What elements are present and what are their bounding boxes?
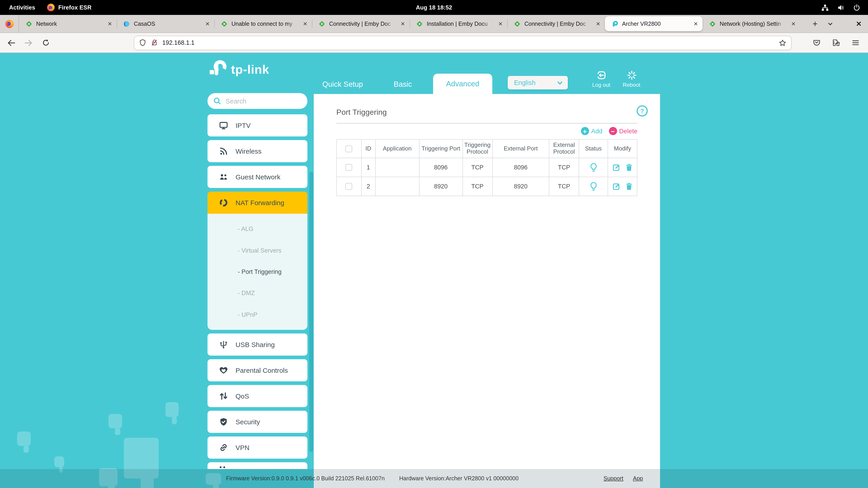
nav-quick-setup[interactable]: Quick Setup bbox=[316, 74, 369, 94]
sidebar-scrollbar[interactable] bbox=[309, 172, 313, 452]
edit-icon[interactable] bbox=[612, 182, 620, 191]
nav-basic[interactable]: Basic bbox=[386, 74, 419, 94]
sidebar-item-nat-forwarding[interactable]: NAT Forwarding bbox=[208, 192, 307, 214]
svg-text:?: ? bbox=[640, 108, 644, 115]
emby-icon bbox=[709, 20, 716, 27]
sidebar-search[interactable] bbox=[208, 93, 307, 109]
submenu-port-triggering-active[interactable]: - Port Triggering bbox=[238, 268, 307, 275]
title-divider bbox=[336, 123, 638, 124]
window-close-icon[interactable]: ✕ bbox=[856, 20, 862, 28]
submenu-alg[interactable]: - ALG bbox=[238, 225, 307, 232]
tab-connectivity-2[interactable]: Connectivity | Emby Doc ✕ bbox=[507, 15, 605, 33]
tab-archer-vr2800-active[interactable]: Archer VR2800 ✕ bbox=[605, 16, 703, 31]
reload-button[interactable] bbox=[40, 37, 52, 48]
sidebar-item-parental-controls[interactable]: Parental Controls bbox=[208, 359, 307, 381]
sidebar-item-wireless[interactable]: Wireless bbox=[208, 140, 307, 162]
submenu-virtual-servers[interactable]: - Virtual Servers bbox=[238, 247, 307, 254]
nav-advanced-active[interactable]: Advanced bbox=[433, 74, 492, 94]
app-link[interactable]: App bbox=[633, 475, 643, 482]
reboot-button[interactable]: Reboot bbox=[616, 70, 647, 88]
shield-icon[interactable] bbox=[139, 39, 147, 46]
firefox-app-icon[interactable] bbox=[0, 15, 19, 33]
trash-icon[interactable] bbox=[625, 182, 633, 191]
sidebar-item-usb-sharing[interactable]: USB Sharing bbox=[208, 333, 307, 356]
back-button[interactable] bbox=[5, 37, 17, 48]
trash-icon[interactable] bbox=[625, 163, 633, 172]
tab-close-icon[interactable]: ✕ bbox=[303, 21, 307, 27]
add-button[interactable]: + Add bbox=[581, 127, 602, 135]
wifi-icon bbox=[219, 147, 228, 156]
tv-icon bbox=[219, 121, 228, 130]
status-bulb-icon[interactable] bbox=[588, 181, 599, 192]
sidebar-item-vpn[interactable]: VPN bbox=[208, 436, 307, 459]
power-icon[interactable] bbox=[852, 3, 861, 11]
sidebar-item-qos[interactable]: QoS bbox=[208, 385, 307, 407]
edit-icon[interactable] bbox=[612, 163, 620, 172]
hardware-version: Hardware Version:Archer VR2800 v1 000000… bbox=[399, 475, 519, 482]
sidebar-item-partial[interactable] bbox=[208, 462, 307, 469]
list-tabs-chevron-icon[interactable] bbox=[828, 21, 833, 27]
submenu-dmz[interactable]: - DMZ bbox=[238, 290, 307, 297]
tab-network-hosting[interactable]: Network (Hosting) Settin ✕ bbox=[703, 15, 800, 33]
browser-tab-strip: Network ✕ CasaOS ✕ Unable to connect to … bbox=[0, 15, 868, 33]
language-select[interactable]: English bbox=[508, 76, 568, 90]
tab-close-icon[interactable]: ✕ bbox=[205, 21, 210, 27]
tab-close-icon[interactable]: ✕ bbox=[596, 21, 600, 27]
tab-network[interactable]: Network ✕ bbox=[19, 15, 117, 33]
status-bulb-icon[interactable] bbox=[588, 162, 599, 173]
row-checkbox[interactable] bbox=[346, 164, 352, 171]
sidebar-item-security[interactable]: Security bbox=[208, 411, 307, 433]
focused-app-label: Firefox ESR bbox=[58, 4, 92, 11]
table-row: 2 8920 TCP 8920 TCP bbox=[337, 177, 637, 196]
sidebar-item-guest-network[interactable]: Guest Network bbox=[208, 166, 307, 188]
logout-button[interactable]: Log out bbox=[585, 70, 617, 88]
support-link[interactable]: Support bbox=[603, 475, 623, 482]
router-admin-page: tp-link Quick Setup Basic Advanced Engli… bbox=[0, 53, 868, 488]
pocket-icon[interactable] bbox=[812, 38, 821, 47]
emby-icon bbox=[416, 20, 423, 27]
tab-close-icon[interactable]: ✕ bbox=[107, 21, 112, 27]
delete-button[interactable]: − Delete bbox=[609, 127, 638, 135]
bookmark-star-icon[interactable] bbox=[778, 39, 786, 47]
tab-close-icon[interactable]: ✕ bbox=[791, 21, 796, 27]
new-tab-button[interactable]: + bbox=[813, 20, 817, 28]
users-icon bbox=[219, 172, 228, 182]
nat-circular-arrows-icon bbox=[219, 198, 228, 207]
volume-icon[interactable] bbox=[837, 3, 845, 11]
forward-button[interactable] bbox=[23, 37, 34, 48]
activities-button[interactable]: Activities bbox=[9, 4, 35, 11]
content-panel: Port Triggering ? + Add − Delete bbox=[314, 94, 660, 488]
tab-unable-to-connect[interactable]: Unable to connect to my ✕ bbox=[214, 15, 312, 33]
search-icon bbox=[213, 97, 221, 105]
tab-casaos[interactable]: CasaOS ✕ bbox=[117, 15, 214, 33]
col-external-port: External Port bbox=[492, 139, 549, 158]
url-text[interactable]: 192.168.1.1 bbox=[162, 39, 774, 46]
tab-close-icon[interactable]: ✕ bbox=[401, 21, 405, 27]
url-bar[interactable]: 192.168.1.1 bbox=[134, 35, 792, 50]
background-decoration bbox=[17, 431, 31, 446]
extensions-puzzle-icon[interactable] bbox=[832, 38, 840, 47]
heart-icon bbox=[219, 365, 228, 375]
tab-connectivity-1[interactable]: Connectivity | Emby Doc ✕ bbox=[312, 15, 410, 33]
emby-icon bbox=[318, 20, 326, 27]
emby-icon bbox=[25, 20, 33, 27]
row-checkbox[interactable] bbox=[346, 183, 352, 190]
menu-hamburger-icon[interactable] bbox=[851, 38, 860, 47]
updown-arrows-icon bbox=[219, 391, 228, 401]
clock[interactable]: Aug 18 18:52 bbox=[0, 4, 868, 11]
tab-close-icon[interactable]: ✕ bbox=[693, 21, 698, 27]
focused-app-menu[interactable]: Firefox ESR bbox=[47, 4, 92, 11]
insecure-lock-icon[interactable] bbox=[151, 39, 158, 46]
tab-close-icon[interactable]: ✕ bbox=[498, 21, 503, 27]
casaos-icon bbox=[123, 20, 130, 27]
submenu-upnp[interactable]: - UPnP bbox=[238, 311, 307, 318]
tab-installation[interactable]: Installation | Emby Docu ✕ bbox=[410, 15, 507, 33]
col-status: Status bbox=[579, 139, 608, 158]
sidebar-item-iptv[interactable]: IPTV bbox=[208, 114, 307, 136]
network-icon[interactable] bbox=[821, 3, 829, 11]
help-icon[interactable]: ? bbox=[636, 105, 648, 117]
select-all-checkbox[interactable] bbox=[346, 145, 352, 152]
search-input[interactable] bbox=[225, 97, 293, 105]
background-decoration bbox=[108, 414, 122, 428]
screen: Activities Firefox ESR Aug 18 18:52 N bbox=[0, 0, 868, 488]
